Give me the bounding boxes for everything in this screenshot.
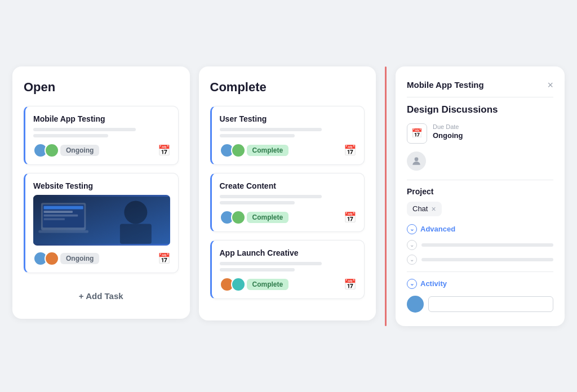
task-line [33,134,108,137]
open-column-title: Open [24,80,179,95]
task-card-create-content[interactable]: Create Content Complete 📅 [210,173,365,232]
task-title: Mobile App Testing [33,114,170,123]
task-line [220,268,295,271]
due-date-row: 📅 Due Date Ongoing [407,123,553,144]
task-footer: Complete 📅 [220,277,357,292]
status-badge: Complete [247,279,289,290]
task-footer-left: Ongoing [33,251,99,266]
detail-divider [407,271,553,272]
chevron-icon-1: ⌄ [407,240,417,250]
task-footer-left: Ongoing [33,143,99,158]
svg-rect-5 [44,214,78,216]
activity-input[interactable] [428,296,553,312]
chevron-circle-activity-icon: ⌄ [407,279,417,289]
avatar-placeholder [407,152,426,171]
task-footer: Ongoing 📅 [33,251,170,266]
project-tag-label: Chat [412,204,428,213]
svg-rect-7 [38,230,88,233]
advanced-line-1 [421,243,553,247]
chevron-icon-2: ⌄ [407,255,417,265]
task-footer-left: Complete [220,277,289,292]
svg-rect-9 [120,224,152,243]
task-footer: Ongoing 📅 [33,143,170,158]
detail-section-title: Design Discussions [407,104,553,115]
avatar-group [220,210,242,225]
status-badge: Complete [247,145,289,156]
avatar [231,277,246,292]
project-tag[interactable]: Chat × [407,202,442,216]
advanced-link[interactable]: ⌄ Advanced [407,224,553,234]
status-badge: Ongoing [60,145,99,156]
avatar [429,152,449,171]
due-date-info: Due Date Ongoing [433,123,463,140]
task-title: Website Testing [33,181,170,190]
avatar-group [220,143,242,158]
project-tag-remove[interactable]: × [431,204,436,213]
kanban-board: Open Mobile App Testing Ongoing 📅 [12,66,565,326]
avatar [231,210,246,225]
task-footer-left: Complete [220,210,289,225]
avatar-group [33,143,56,158]
avatar [231,143,246,158]
task-line [220,128,322,131]
chevron-circle-icon: ⌄ [407,224,417,234]
open-column: Open Mobile App Testing Ongoing 📅 [12,66,190,319]
complete-column-title: Complete [210,80,365,95]
task-title: App Launch Creative [220,248,357,257]
avatar [452,152,471,171]
svg-point-8 [124,201,147,224]
detail-divider [407,180,553,180]
task-line [33,128,136,131]
task-lines [220,128,357,137]
svg-rect-4 [44,211,73,213]
task-card-website-testing[interactable]: Website Testing [24,173,179,273]
activity-link[interactable]: ⌄ Activity [407,279,553,289]
calendar-icon: 📅 [344,144,356,157]
advanced-row-1: ⌄ [407,240,553,250]
calendar-icon: 📅 [158,144,170,157]
activity-label: Activity [420,279,447,288]
status-badge: Ongoing [60,253,99,264]
avatar [45,251,59,266]
task-image [33,195,170,246]
svg-rect-6 [44,218,65,220]
calendar-icon: 📅 [411,128,423,139]
project-section-label: Project [407,187,553,196]
due-date-value: Ongoing [433,131,463,140]
calendar-icon-box: 📅 [407,123,427,144]
task-card-user-testing[interactable]: User Testing Complete 📅 [210,106,365,165]
task-image-inner [33,195,170,246]
calendar-icon: 📅 [344,278,356,291]
task-card-app-launch-creative[interactable]: App Launch Creative Complete 📅 [210,240,365,299]
svg-rect-3 [44,206,83,209]
avatar-group [33,251,56,266]
task-card-mobile-app-testing[interactable]: Mobile App Testing Ongoing 📅 [24,106,179,165]
column-separator [385,66,387,326]
task-line [220,262,322,265]
task-line [220,195,322,198]
advanced-row-2: ⌄ [407,255,553,265]
svg-point-10 [415,157,419,161]
add-task-button[interactable]: + Add Task [24,287,179,305]
detail-divider [407,97,553,97]
close-button[interactable]: × [547,80,553,90]
calendar-icon: 📅 [344,211,356,224]
task-line [220,201,295,204]
avatar [45,143,59,158]
detail-panel-title: Mobile App Testing [407,80,484,90]
avatar-group [220,277,242,292]
task-footer: Complete 📅 [220,143,357,158]
avatar [474,152,494,171]
detail-panel: Mobile App Testing × Design Discussions … [396,66,565,326]
task-lines [220,195,357,204]
task-line [220,134,295,137]
detail-avatar-group [407,152,553,171]
detail-header: Mobile App Testing × [407,80,553,90]
task-title: User Testing [220,114,357,123]
activity-input-row [407,296,553,313]
task-footer-left: Complete [220,143,289,158]
task-lines [220,262,357,271]
complete-column: Complete User Testing Complete 📅 [199,66,376,320]
activity-avatar [407,296,424,313]
due-date-label: Due Date [433,123,463,130]
